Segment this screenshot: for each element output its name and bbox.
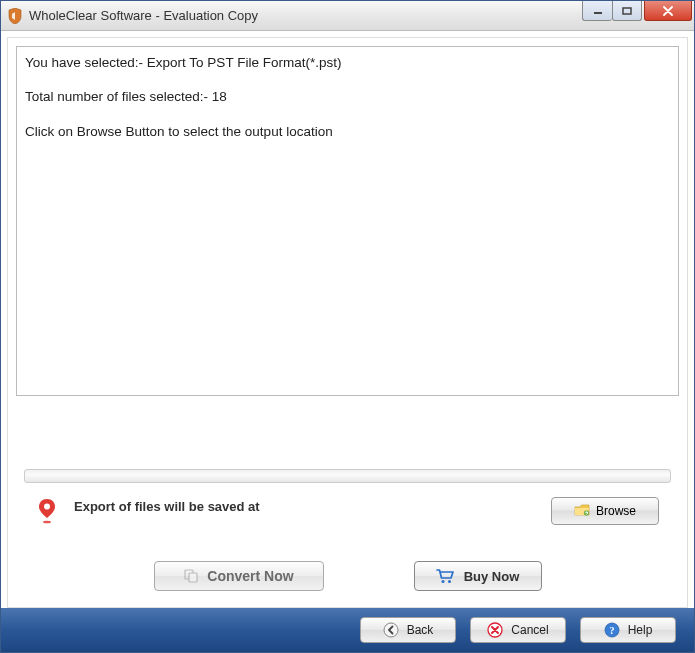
app-window: WholeClear Software - Evaluation Copy Yo…: [0, 0, 695, 653]
svg-point-2: [44, 504, 50, 510]
convert-button-label: Convert Now: [207, 568, 293, 584]
log-line: You have selected:- Export To PST File F…: [25, 53, 670, 73]
back-button[interactable]: Back: [360, 617, 456, 643]
output-location-label: Export of files will be saved at: [74, 499, 535, 514]
progress-bar: [24, 469, 671, 483]
location-pin-icon: [36, 499, 58, 525]
svg-rect-0: [594, 12, 602, 14]
help-icon: ?: [604, 622, 620, 638]
titlebar: WholeClear Software - Evaluation Copy: [1, 1, 694, 31]
action-row: Convert Now Buy Now: [16, 555, 679, 603]
convert-now-button[interactable]: Convert Now: [154, 561, 324, 591]
app-icon: [7, 8, 23, 24]
spacer: [16, 396, 679, 463]
copy-icon: [183, 568, 199, 584]
output-location-row: Export of files will be saved at Browse: [16, 493, 679, 555]
main-panel: You have selected:- Export To PST File F…: [7, 37, 688, 608]
status-log: You have selected:- Export To PST File F…: [16, 46, 679, 396]
svg-text:?: ?: [609, 625, 614, 636]
window-title: WholeClear Software - Evaluation Copy: [29, 8, 582, 23]
maximize-button[interactable]: [612, 1, 642, 21]
window-controls: [582, 1, 692, 21]
log-line: Click on Browse Button to select the out…: [25, 122, 670, 142]
client-area: You have selected:- Export To PST File F…: [1, 31, 694, 608]
svg-point-9: [384, 623, 398, 637]
help-button[interactable]: ? Help: [580, 617, 676, 643]
browse-button[interactable]: Browse: [551, 497, 659, 525]
buy-now-button[interactable]: Buy Now: [414, 561, 542, 591]
log-line: Total number of files selected:- 18: [25, 87, 670, 107]
close-button[interactable]: [644, 1, 692, 21]
minimize-button[interactable]: [582, 1, 612, 21]
svg-point-3: [43, 521, 51, 524]
buy-button-label: Buy Now: [464, 569, 520, 584]
svg-rect-1: [623, 8, 631, 14]
cart-icon: [436, 568, 454, 584]
svg-point-8: [448, 580, 451, 583]
back-arrow-icon: [383, 622, 399, 638]
svg-point-7: [441, 580, 444, 583]
folder-icon: [574, 504, 590, 518]
cancel-icon: [487, 622, 503, 638]
help-button-label: Help: [628, 623, 653, 637]
cancel-button[interactable]: Cancel: [470, 617, 566, 643]
svg-rect-6: [189, 573, 197, 582]
cancel-button-label: Cancel: [511, 623, 548, 637]
browse-button-label: Browse: [596, 504, 636, 518]
back-button-label: Back: [407, 623, 434, 637]
footer-bar: Back Cancel ? Help: [1, 608, 694, 652]
